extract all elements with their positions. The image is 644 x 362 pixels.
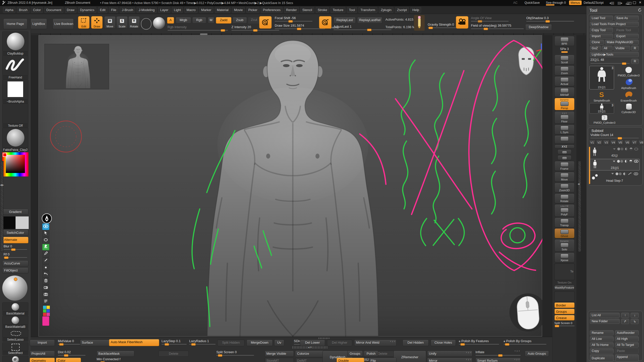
menu-item[interactable]: Stencil bbox=[300, 7, 314, 13]
menu-item[interactable]: Transform bbox=[358, 7, 377, 13]
solo-button[interactable]: Dynamic Solo bbox=[554, 239, 575, 252]
shelf-scroll-handle[interactable] bbox=[200, 33, 208, 35]
list-all-button[interactable]: List All bbox=[590, 313, 620, 318]
delete-button[interactable]: Delete bbox=[158, 351, 189, 357]
load-tool-button[interactable]: Load Tool bbox=[590, 16, 613, 21]
z-intensity-slider[interactable]: Z Intensity 20 bbox=[231, 25, 279, 31]
blur-slider[interactable]: Blur 0 bbox=[4, 244, 27, 250]
copy-subtool-button[interactable]: Copy bbox=[590, 348, 614, 353]
dot-size-icon[interactable] bbox=[42, 264, 49, 271]
replay-last-rel-button[interactable]: ReplayLastRel bbox=[357, 17, 382, 24]
trash-icon[interactable] bbox=[42, 278, 49, 284]
version-tab[interactable]: V3 bbox=[603, 140, 610, 145]
tool-export-button[interactable]: Export bbox=[615, 34, 639, 39]
material-basic[interactable]: BasicMaterial bbox=[2, 302, 28, 315]
unify-button[interactable]: Unifyx y z bbox=[427, 351, 472, 357]
pressure-right-icon[interactable]: ||||▸ bbox=[618, 1, 622, 5]
mrgb-button[interactable]: Mrgb bbox=[176, 17, 191, 24]
mirror-and-weld-button[interactable]: Mirror And Weldx y z bbox=[354, 340, 396, 346]
tool-thumb-selected[interactable]: 3 23강1 bbox=[589, 66, 614, 89]
actual-button[interactable]: Actual bbox=[554, 76, 575, 86]
lightbox-button[interactable]: LightBox bbox=[30, 19, 47, 29]
highlighter-icon[interactable] bbox=[42, 244, 49, 250]
zoom3d-button[interactable]: Zoom3D bbox=[554, 183, 575, 193]
version-tab[interactable]: V6 bbox=[624, 140, 631, 145]
all-low-button[interactable]: All Low bbox=[590, 336, 614, 341]
rgb-intensity-slider[interactable]: Rgb Intensity bbox=[168, 25, 228, 31]
menu-item[interactable]: J-Modeling bbox=[137, 7, 157, 13]
rotate-z-button[interactable] bbox=[557, 155, 572, 160]
marker-icon[interactable] bbox=[42, 257, 49, 264]
new-folder-button[interactable]: New Folder bbox=[590, 319, 620, 324]
groups-button[interactable]: Groups bbox=[347, 351, 363, 357]
subtool-row-2-selected[interactable]: 23강1 bbox=[590, 159, 640, 170]
frame-button[interactable]: Frame bbox=[554, 161, 575, 171]
all-high-button[interactable]: All High bbox=[615, 336, 639, 341]
alternate-button[interactable]: Alternate bbox=[2, 237, 28, 243]
main-color-swatch[interactable] bbox=[2, 216, 16, 229]
menu-item[interactable]: Material bbox=[215, 7, 230, 13]
split-screen-slider[interactable]: Split Screen 0 bbox=[216, 350, 254, 356]
fill-object-button[interactable]: FillObject bbox=[2, 267, 28, 274]
auto-reorder-button[interactable]: AutoReorder bbox=[615, 330, 639, 335]
zsub-button[interactable]: Zsub bbox=[232, 17, 247, 24]
geometry-button[interactable]: Geometry bbox=[30, 358, 55, 362]
auto-groups-button[interactable]: Auto Groups bbox=[525, 351, 549, 357]
see-through-slider[interactable]: See-through 0 bbox=[546, 1, 566, 5]
pressure-left-icon[interactable]: ◂|||| bbox=[609, 1, 614, 5]
move-view-button[interactable]: Move bbox=[554, 172, 575, 182]
current-material-ball[interactable] bbox=[2, 276, 27, 301]
polish-by-features-slider[interactable]: Polish By Features bbox=[459, 339, 499, 345]
switch-color-button[interactable]: SwitchColor bbox=[2, 230, 28, 236]
tool-thumb-pm3d-2[interactable]: PM3D_Cylinder3 bbox=[589, 115, 620, 124]
menu-item[interactable]: Render bbox=[284, 7, 299, 13]
replay-last-button[interactable]: ReplayLast bbox=[334, 17, 356, 24]
tool-r-button[interactable]: R bbox=[631, 59, 639, 64]
version-tab[interactable]: V1 bbox=[589, 140, 595, 145]
menu-item[interactable]: Draw bbox=[65, 7, 76, 13]
axis-gizmo[interactable] bbox=[533, 43, 542, 61]
version-tab[interactable]: V8 bbox=[638, 140, 644, 145]
aahalf-button[interactable]: AAHalf bbox=[554, 87, 575, 97]
mask-lasso[interactable]: MaskLasso bbox=[2, 356, 28, 362]
texture-thumb[interactable]: Te bbox=[554, 263, 575, 280]
rotate-button[interactable]: R Rotate bbox=[128, 16, 140, 29]
menu-item[interactable]: Layer bbox=[158, 7, 171, 13]
goz-all-button[interactable]: All bbox=[602, 46, 613, 51]
texture-off[interactable]: Texture Off bbox=[2, 104, 28, 128]
draw-size-slider[interactable]: Draw Size 191.5874 bbox=[275, 24, 325, 29]
import-button[interactable]: Import bbox=[30, 340, 55, 346]
border-button[interactable]: Border bbox=[554, 302, 575, 308]
del-higher-button[interactable]: Del Higher bbox=[327, 340, 352, 346]
menu-item[interactable]: Picker bbox=[246, 7, 259, 13]
merge-visible-button[interactable]: Merge Visible bbox=[265, 351, 294, 357]
menu-item[interactable]: Marker bbox=[199, 7, 213, 13]
spix-slider[interactable]: SPix 3 bbox=[554, 47, 575, 54]
goz-r-button[interactable]: R bbox=[631, 46, 639, 51]
panel-cycle-icon[interactable] bbox=[638, 8, 642, 13]
merge-down-button[interactable]: MergeDown bbox=[247, 340, 273, 346]
version-tab[interactable]: V4 bbox=[610, 140, 617, 145]
home-page-button[interactable]: Home Page bbox=[3, 19, 27, 29]
duplicate-button[interactable]: Duplicate bbox=[590, 354, 614, 361]
see-through-knob[interactable] bbox=[546, 4, 554, 6]
tool-thumb-body-small[interactable]: 3 23강1 bbox=[589, 103, 614, 114]
screenshot-icon[interactable] bbox=[42, 291, 49, 298]
live-boolean-button[interactable]: Live Boolean bbox=[53, 19, 74, 29]
quicksave-button[interactable]: QuickSave bbox=[525, 1, 540, 5]
crease-button[interactable]: Crease bbox=[554, 315, 575, 321]
menu-item[interactable]: Brush bbox=[17, 7, 29, 13]
menu-item[interactable]: Texture bbox=[331, 7, 345, 13]
select-lasso[interactable]: SelectLasso bbox=[2, 329, 28, 342]
store-mt-button[interactable]: StoreMT bbox=[265, 358, 294, 362]
focal-shift-slider[interactable]: Focal Shift -56 bbox=[275, 16, 312, 22]
select-rect[interactable]: SelectRect bbox=[2, 342, 28, 355]
project-all-button[interactable]: ProjectAll bbox=[30, 351, 55, 357]
right-tray-divider-arrow[interactable]: ◀ bbox=[578, 183, 580, 185]
groups-crease-button[interactable]: Groups bbox=[554, 309, 575, 314]
active-color-swatch[interactable] bbox=[42, 316, 49, 326]
goz-button[interactable]: GoZ bbox=[590, 46, 601, 51]
rotate-view-button[interactable]: Rotate bbox=[554, 193, 575, 203]
mask-by-feature-button[interactable]: MaskByFeature bbox=[554, 285, 575, 290]
del-hidden-button[interactable]: Del Hidden bbox=[403, 340, 429, 346]
